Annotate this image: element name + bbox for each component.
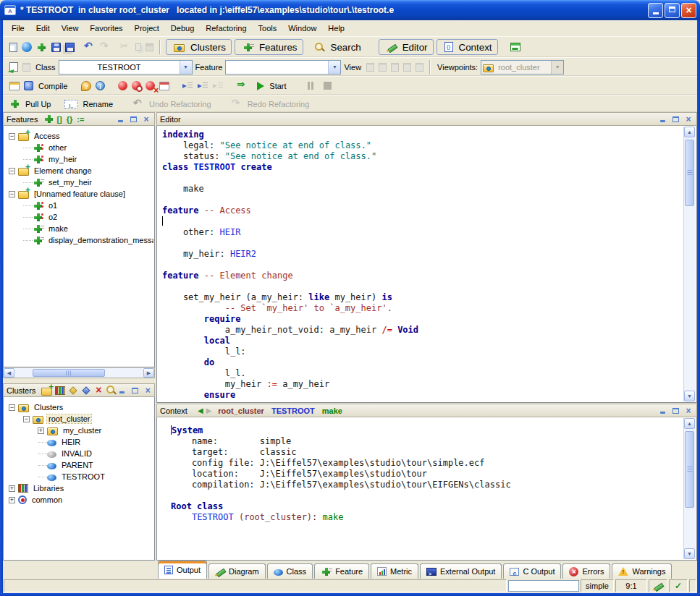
restore-panel-button[interactable] [670, 406, 680, 415]
view-basic-icon[interactable] [366, 63, 374, 72]
menu-window[interactable]: Window [282, 22, 322, 35]
close-panel-button[interactable]: × [683, 114, 693, 124]
view-clickable-icon[interactable] [379, 63, 387, 72]
cluster-row-my-cluster[interactable]: +my_cluster [4, 425, 153, 436]
scroll-down-icon[interactable]: ▼ [684, 391, 695, 401]
new-class-icon[interactable] [36, 42, 47, 53]
minimize-panel-button[interactable] [115, 114, 125, 124]
feature-combobox[interactable]: ▼ [225, 60, 341, 74]
minimize-button[interactable] [648, 3, 663, 18]
cluster-row-clusters[interactable]: −Clusters [4, 401, 153, 413]
class-combobox[interactable]: TESTROOT ▼ [59, 60, 193, 74]
context-body[interactable]: System name: simple target: classic conf… [156, 417, 697, 561]
remove-breakpoints-icon[interactable] [146, 81, 155, 90]
menu-view[interactable]: View [56, 22, 85, 35]
viewpoints-dropdown-icon[interactable]: ▼ [551, 61, 563, 74]
status-progress-field[interactable] [508, 580, 579, 592]
redo-refactoring-icon[interactable] [231, 98, 243, 110]
cluster-row-testroot[interactable]: TESTROOT [4, 471, 153, 482]
close-panel-button[interactable]: × [143, 386, 153, 395]
menu-refactoring[interactable]: Refactoring [200, 22, 252, 35]
tab-c-output[interactable]: C Output [503, 563, 561, 579]
minimize-panel-button[interactable] [657, 406, 667, 415]
editable-indicator[interactable] [649, 579, 667, 592]
tab-output[interactable]: Output [158, 561, 207, 579]
step-over-icon[interactable] [198, 81, 208, 90]
show-braces-button[interactable]: {} [67, 115, 73, 124]
scroll-right-icon[interactable]: ▶ [143, 368, 154, 378]
collapse-icon[interactable]: − [9, 404, 15, 411]
cluster-row-libraries[interactable]: +Libraries [4, 482, 153, 494]
tab-metric[interactable]: Metric [371, 563, 418, 579]
open-address-icon[interactable] [9, 62, 18, 72]
context-path-class[interactable]: TESTROOT [271, 406, 315, 415]
editor-body[interactable]: indexing legal: "See notice at end of cl… [156, 126, 697, 403]
new-window-icon[interactable] [9, 43, 17, 52]
cut-icon[interactable] [119, 41, 131, 53]
search-cluster-icon[interactable] [106, 385, 117, 396]
context-panel-header[interactable]: Context ◀ ▶ root_cluster TESTROOT make × [156, 404, 697, 417]
compile-help-icon[interactable] [81, 81, 91, 91]
cluster-row-heir[interactable]: HEIR [4, 436, 153, 448]
run-ignoring-breakpoints-icon[interactable] [237, 80, 248, 92]
stop-icon[interactable] [324, 82, 332, 90]
show-signature-button[interactable]: [] [56, 115, 62, 124]
compile-icon[interactable] [24, 81, 33, 90]
vscroll-thumb[interactable] [685, 431, 694, 508]
context-path-cluster[interactable]: root_cluster [218, 406, 264, 415]
menu-project[interactable]: Project [129, 22, 165, 35]
features-panel-header[interactable]: Features []{}:= × [3, 112, 155, 126]
start-label[interactable]: Start [269, 82, 286, 90]
feature-row-display-demonstration-messa[interactable]: display_demonstration_messa [4, 234, 153, 246]
copy-icon[interactable] [135, 43, 141, 51]
collapse-icon[interactable]: − [9, 168, 15, 174]
menu-help[interactable]: Help [322, 22, 350, 35]
menu-debug[interactable]: Debug [165, 22, 200, 35]
compile-ok-indicator[interactable]: ✓ [669, 579, 688, 592]
history-forward-icon[interactable]: ▶ [206, 406, 212, 414]
expand-icon[interactable]: + [9, 485, 15, 492]
clusters-panel-header[interactable]: Clusters × [3, 383, 155, 397]
expand-icon[interactable]: + [9, 497, 15, 503]
close-button[interactable]: × [681, 3, 696, 18]
context-path-feature[interactable]: make [322, 406, 342, 415]
external-editor-icon[interactable] [510, 43, 520, 51]
save-all-icon[interactable] [65, 43, 75, 52]
undo-refactoring-icon[interactable] [132, 98, 144, 110]
context-button[interactable]: Context [437, 39, 498, 55]
pull-up-label[interactable]: Pull Up [25, 100, 51, 108]
editor-vscrollbar[interactable]: ▲ ▼ [683, 127, 696, 401]
breakpoints-tool-icon[interactable] [159, 82, 169, 90]
pause-icon[interactable] [306, 82, 315, 90]
scroll-down-icon[interactable]: ▼ [684, 548, 695, 559]
tab-warnings[interactable]: Warnings [612, 563, 672, 579]
open-file-icon[interactable] [22, 42, 32, 52]
minimize-panel-button[interactable] [657, 114, 667, 124]
pull-up-icon[interactable] [9, 98, 20, 109]
restore-panel-button[interactable] [130, 386, 140, 395]
add-subcluster-icon[interactable] [83, 386, 90, 394]
expand-icon[interactable]: + [38, 427, 44, 434]
feature-row-make[interactable]: make [4, 223, 153, 234]
new-feature-icon[interactable] [43, 114, 54, 124]
feature-row-unnamed-feature-clause[interactable]: −[Unnamed feature clause] [4, 188, 153, 200]
cluster-row-common[interactable]: +common [4, 494, 153, 506]
close-panel-button[interactable]: × [141, 114, 151, 124]
tab-class[interactable]: Class [267, 563, 313, 579]
editor-panel-header[interactable]: Editor × [156, 112, 697, 126]
feature-dropdown-icon[interactable]: ▼ [328, 61, 340, 74]
compile-label[interactable]: Compile [38, 82, 67, 90]
menu-file[interactable]: File [6, 22, 30, 35]
restore-panel-button[interactable] [128, 114, 138, 124]
features-button[interactable]: Features [235, 39, 303, 55]
menu-favorites[interactable]: Favorites [84, 22, 128, 35]
rename-icon[interactable] [64, 100, 77, 108]
editor-code[interactable]: indexing legal: "See notice at end of cl… [158, 127, 684, 401]
context-vscrollbar[interactable]: ▲ ▼ [683, 418, 696, 559]
maximize-button[interactable] [665, 3, 680, 18]
disable-breakpoints-icon[interactable] [132, 81, 141, 90]
feature-row-o2[interactable]: o2 [4, 211, 153, 223]
scroll-left-icon[interactable]: ◀ [4, 368, 14, 378]
hscroll-thumb[interactable] [33, 369, 105, 377]
view-contract-icon[interactable] [403, 63, 411, 72]
